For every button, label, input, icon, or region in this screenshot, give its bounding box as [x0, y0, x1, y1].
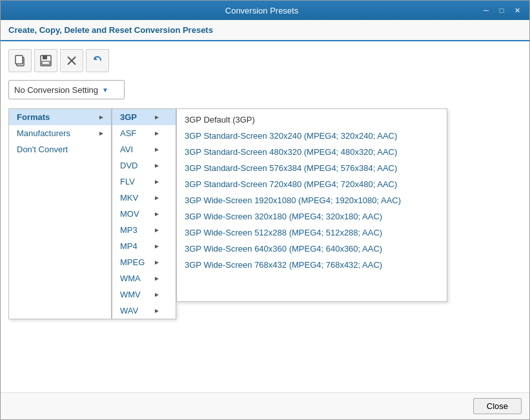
- format-item-avi[interactable]: AVI ►: [112, 141, 176, 157]
- delete-button[interactable]: [60, 49, 83, 72]
- submenu-item-3gp-wide-1920x1080[interactable]: 3GP Wide-Screen 1920x1080 (MPEG4; 1920x1…: [177, 192, 447, 208]
- submenu-item-3gp-wide-640x360[interactable]: 3GP Wide-Screen 640x360 (MPEG4; 640x360;…: [177, 241, 447, 257]
- title-bar: Conversion Presets ─ □ ✕: [1, 1, 529, 20]
- flv-arrow-icon: ►: [154, 178, 160, 185]
- close-button[interactable]: Close: [473, 398, 522, 414]
- dvd-arrow-icon: ►: [154, 162, 160, 169]
- menu-item-manufacturers[interactable]: Manufacturers ►: [9, 125, 111, 141]
- main-window: Conversion Presets ─ □ ✕ Create, Copy, D…: [0, 0, 530, 420]
- subtitle-text: Create, Copy, Delete and Reset Conversio…: [8, 25, 213, 35]
- mov-arrow-icon: ►: [154, 210, 160, 217]
- submenu-item-3gp-default[interactable]: 3GP Default (3GP): [177, 112, 447, 128]
- menu-container: Formats ► Manufacturers ► Don't Convert …: [8, 108, 522, 319]
- asf-arrow-icon: ►: [154, 130, 160, 137]
- format-item-wav[interactable]: WAV ►: [112, 303, 176, 319]
- menu-item-formats[interactable]: Formats ►: [9, 109, 111, 125]
- submenu-item-3gp-720x480[interactable]: 3GP Standard-Screen 720x480 (MPEG4; 720x…: [177, 176, 447, 192]
- mp4-arrow-icon: ►: [154, 243, 160, 250]
- save-button[interactable]: [34, 49, 57, 72]
- subtitle-bar: Create, Copy, Delete and Reset Conversio…: [1, 20, 529, 41]
- format-item-wma[interactable]: WMA ►: [112, 270, 176, 286]
- copy-icon: [14, 54, 26, 67]
- toolbar: [8, 49, 522, 72]
- delete-icon: [65, 54, 78, 67]
- main-menu: Formats ► Manufacturers ► Don't Convert: [8, 108, 112, 319]
- mkv-arrow-icon: ►: [154, 194, 160, 201]
- preset-dropdown[interactable]: No Conversion Setting ▼: [8, 80, 125, 99]
- format-item-mp3[interactable]: MP3 ►: [112, 222, 176, 238]
- undo-icon: [91, 54, 104, 67]
- footer: Close: [1, 392, 529, 419]
- 3gp-submenu: 3GP Default (3GP) 3GP Standard-Screen 32…: [176, 108, 447, 302]
- dont-convert-label: Don't Convert: [17, 145, 68, 154]
- format-item-dvd[interactable]: DVD ►: [112, 157, 176, 174]
- formats-menu: 3GP ► ASF ► AVI ► DVD ► FLV ►: [112, 108, 176, 319]
- avi-arrow-icon: ►: [154, 146, 160, 153]
- submenu-item-3gp-wide-768x432[interactable]: 3GP Wide-Screen 768x432 (MPEG4; 768x432;…: [177, 257, 447, 273]
- format-item-mp4[interactable]: MP4 ►: [112, 238, 176, 254]
- submenu-item-3gp-320x240[interactable]: 3GP Standard-Screen 320x240 (MPEG4; 320x…: [177, 128, 447, 144]
- format-item-wmv[interactable]: WMV ►: [112, 286, 176, 303]
- format-item-mkv[interactable]: MKV ►: [112, 190, 176, 206]
- maximize-button[interactable]: □: [494, 4, 509, 17]
- svg-rect-1: [15, 55, 23, 64]
- formats-label: Formats: [17, 112, 50, 122]
- submenu-item-3gp-576x384[interactable]: 3GP Standard-Screen 576x384 (MPEG4; 576x…: [177, 160, 447, 176]
- submenu-item-3gp-480x320[interactable]: 3GP Standard-Screen 480x320 (MPEG4; 480x…: [177, 144, 447, 160]
- wav-arrow-icon: ►: [154, 307, 160, 314]
- mp3-arrow-icon: ►: [154, 226, 160, 234]
- svg-rect-3: [43, 55, 47, 59]
- manufacturers-label: Manufacturers: [17, 128, 70, 138]
- format-item-mov[interactable]: MOV ►: [112, 206, 176, 222]
- dropdown-arrow-icon: ▼: [102, 86, 108, 94]
- menu-item-dont-convert[interactable]: Don't Convert: [9, 141, 111, 157]
- window-controls: ─ □ ✕: [479, 4, 524, 17]
- format-item-3gp[interactable]: 3GP ►: [112, 109, 176, 125]
- 3gp-arrow-icon: ►: [154, 114, 160, 121]
- copy-button[interactable]: [8, 49, 32, 72]
- mpeg-arrow-icon: ►: [154, 259, 160, 266]
- content-area: No Conversion Setting ▼ Formats ► Manufa…: [1, 41, 529, 392]
- close-window-button[interactable]: ✕: [510, 4, 524, 17]
- window-title: Conversion Presets: [45, 6, 479, 15]
- minimize-button[interactable]: ─: [479, 4, 493, 17]
- submenu-item-3gp-wide-512x288[interactable]: 3GP Wide-Screen 512x288 (MPEG4; 512x288;…: [177, 225, 447, 241]
- undo-button[interactable]: [86, 49, 109, 72]
- wmv-arrow-icon: ►: [154, 291, 160, 298]
- wma-arrow-icon: ►: [154, 275, 160, 282]
- manufacturers-arrow-icon: ►: [98, 130, 105, 137]
- save-icon: [39, 54, 52, 67]
- format-item-flv[interactable]: FLV ►: [112, 174, 176, 190]
- svg-rect-4: [42, 61, 50, 65]
- format-item-asf[interactable]: ASF ►: [112, 125, 176, 141]
- submenu-item-3gp-wide-320x180[interactable]: 3GP Wide-Screen 320x180 (MPEG4; 320x180;…: [177, 208, 447, 225]
- preset-label: No Conversion Setting: [14, 85, 98, 95]
- formats-arrow-icon: ►: [98, 114, 105, 121]
- format-item-mpeg[interactable]: MPEG ►: [112, 254, 176, 270]
